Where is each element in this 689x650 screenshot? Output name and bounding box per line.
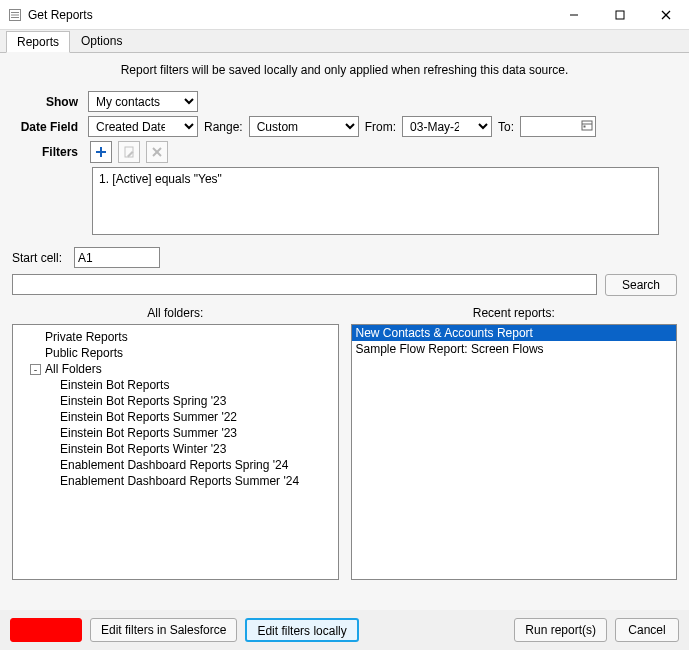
tree-toggle-icon[interactable]: - [30,364,41,375]
add-filter-button[interactable] [90,141,112,163]
tree-node-label: Einstein Bot Reports Winter '23 [60,442,226,456]
from-label: From: [365,120,396,134]
date-field-label: Date Field [12,120,82,134]
svg-rect-5 [616,11,624,19]
start-cell-label: Start cell: [12,251,68,265]
folders-tree[interactable]: Private ReportsPublic Reports-All Folder… [12,324,339,580]
tree-node[interactable]: Einstein Bot Reports Winter '23 [15,441,336,457]
list-item[interactable]: New Contacts & Accounts Report [352,325,677,341]
start-cell-input[interactable] [74,247,160,268]
minimize-button[interactable] [551,0,597,30]
title-bar: Get Reports [0,0,689,30]
window-title: Get Reports [28,8,93,22]
recent-reports-header: Recent reports: [351,304,678,324]
tree-node[interactable]: Public Reports [15,345,336,361]
filters-list[interactable]: 1. [Active] equals "Yes" [92,167,659,235]
tree-node[interactable]: Einstein Bot Reports Summer '23 [15,425,336,441]
cancel-button[interactable]: Cancel [615,618,679,642]
tree-node-label: Einstein Bot Reports [60,378,169,392]
tree-node[interactable]: Private Reports [15,329,336,345]
delete-filter-button[interactable] [146,141,168,163]
edit-filter-button[interactable] [118,141,140,163]
all-folders-header: All folders: [12,304,339,324]
close-button[interactable] [643,0,689,30]
run-report-button[interactable]: Run report(s) [514,618,607,642]
tree-node-label: Enablement Dashboard Reports Summer '24 [60,474,299,488]
tree-node[interactable]: -All Folders [15,361,336,377]
tree-node-label: Private Reports [45,330,128,344]
from-date-picker[interactable]: 03-May-24 [402,116,492,137]
reports-panel: Report filters will be saved locally and… [0,52,689,620]
search-button[interactable]: Search [605,274,677,296]
filter-item[interactable]: 1. [Active] equals "Yes" [99,172,652,186]
recent-reports-list[interactable]: New Contacts & Accounts ReportSample Flo… [351,324,678,580]
bottom-bar: Delete Edit filters in Salesforce Edit f… [0,610,689,650]
tree-node[interactable]: Einstein Bot Reports Summer '22 [15,409,336,425]
edit-filters-salesforce-button[interactable]: Edit filters in Salesforce [90,618,237,642]
show-label: Show [12,95,82,109]
range-label: Range: [204,120,243,134]
tree-node-label: Public Reports [45,346,123,360]
tab-reports[interactable]: Reports [6,31,70,53]
maximize-button[interactable] [597,0,643,30]
tree-node-label: Einstein Bot Reports Summer '23 [60,426,237,440]
edit-filters-locally-button[interactable]: Edit filters locally [245,618,358,642]
list-item[interactable]: Sample Flow Report: Screen Flows [352,341,677,357]
svg-rect-10 [584,126,586,128]
tree-node[interactable]: Enablement Dashboard Reports Summer '24 [15,473,336,489]
range-select[interactable]: Custom [249,116,359,137]
tree-node-label: All Folders [45,362,102,376]
show-select[interactable]: My contacts [88,91,198,112]
calendar-icon[interactable] [581,119,593,134]
tree-node-label: Einstein Bot Reports Summer '22 [60,410,237,424]
app-icon [8,8,22,22]
to-label: To: [498,120,514,134]
date-field-select[interactable]: Created Date [88,116,198,137]
search-input[interactable] [12,274,597,295]
tree-node-label: Einstein Bot Reports Spring '23 [60,394,226,408]
filters-label: Filters [12,145,82,159]
tab-strip: Reports Options [0,30,689,52]
tree-node[interactable]: Enablement Dashboard Reports Spring '24 [15,457,336,473]
hint-text: Report filters will be saved locally and… [12,59,677,87]
tab-options[interactable]: Options [70,30,133,52]
delete-button[interactable]: Delete [10,618,82,642]
tree-node[interactable]: Einstein Bot Reports [15,377,336,393]
tree-node[interactable]: Einstein Bot Reports Spring '23 [15,393,336,409]
tree-node-label: Enablement Dashboard Reports Spring '24 [60,458,288,472]
